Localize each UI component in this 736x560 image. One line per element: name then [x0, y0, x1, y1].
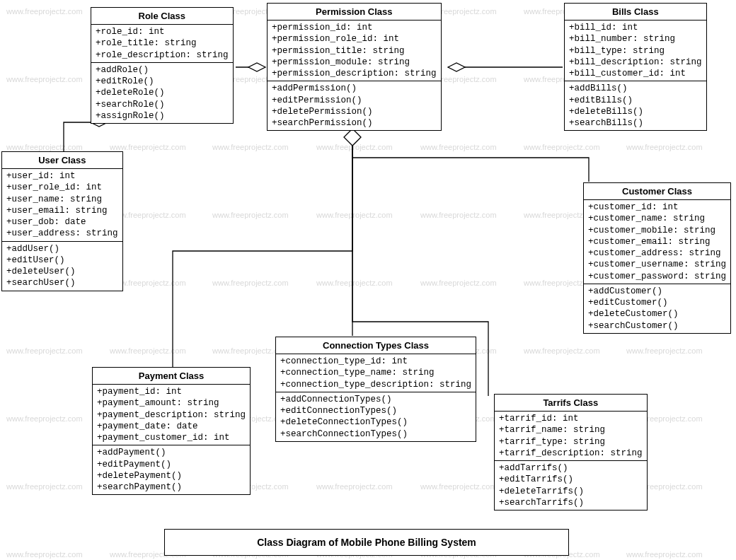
class-user: User Class +user_id: int +user_role_id: …: [1, 151, 123, 291]
class-title: Bills Class: [565, 4, 706, 21]
watermark-text: www.freeprojectz.com: [212, 279, 289, 287]
class-title: Tarrifs Class: [495, 395, 647, 412]
watermark-text: www.freeprojectz.com: [6, 7, 83, 16]
class-ops: +addRole() +editRole() +deleteRole() +se…: [91, 63, 233, 123]
watermark-text: www.freeprojectz.com: [6, 75, 83, 83]
watermark-text: www.freeprojectz.com: [420, 211, 497, 219]
class-customer: Customer Class +customer_id: int +custom…: [583, 182, 731, 334]
class-attrs: +connection_type_id: int +connection_typ…: [276, 354, 476, 392]
class-title: Permission Class: [268, 4, 441, 21]
watermark-text: www.freeprojectz.com: [524, 143, 600, 151]
class-title: User Class: [2, 152, 122, 169]
watermark-text: www.freeprojectz.com: [6, 414, 83, 423]
class-attrs: +tarrif_id: int +tarrif_name: string +ta…: [495, 412, 647, 461]
class-title: Customer Class: [584, 183, 730, 200]
class-permission: Permission Class +permission_id: int +pe…: [267, 3, 442, 131]
class-attrs: +permission_id: int +permission_role_id:…: [268, 21, 441, 81]
watermark-text: www.freeprojectz.com: [6, 143, 83, 151]
watermark-text: www.freeprojectz.com: [316, 482, 393, 491]
watermark-text: www.freeprojectz.com: [6, 550, 83, 559]
watermark-text: www.freeprojectz.com: [110, 143, 186, 151]
watermark-text: www.freeprojectz.com: [626, 143, 703, 151]
watermark-text: www.freeprojectz.com: [212, 143, 289, 151]
watermark-text: www.freeprojectz.com: [626, 550, 703, 559]
class-title: Role Class: [91, 8, 233, 25]
svg-marker-1: [248, 63, 265, 71]
watermark-text: www.freeprojectz.com: [524, 346, 600, 355]
class-attrs: +customer_id: int +customer_name: string…: [584, 200, 730, 284]
class-payment: Payment Class +payment_id: int +payment_…: [92, 367, 251, 495]
watermark-text: www.freeprojectz.com: [420, 482, 497, 491]
class-attrs: +role_id: int +role_title: string +role_…: [91, 25, 233, 63]
watermark-text: www.freeprojectz.com: [626, 346, 703, 355]
svg-marker-3: [344, 129, 361, 146]
class-connection-types: Connection Types Class +connection_type_…: [275, 337, 476, 442]
watermark-text: www.freeprojectz.com: [420, 279, 497, 287]
class-title: Payment Class: [93, 368, 250, 385]
class-title: Connection Types Class: [276, 337, 476, 354]
class-ops: +addPayment() +editPayment() +deletePaym…: [93, 445, 250, 494]
svg-marker-2: [448, 63, 465, 71]
watermark-text: www.freeprojectz.com: [316, 143, 393, 151]
class-attrs: +payment_id: int +payment_amount: string…: [93, 385, 250, 445]
class-ops: +addUser() +editUser() +deleteUser() +se…: [2, 242, 122, 291]
class-role: Role Class +role_id: int +role_title: st…: [91, 7, 234, 124]
class-bills: Bills Class +bill_id: int +bill_number: …: [564, 3, 707, 131]
watermark-text: www.freeprojectz.com: [212, 211, 289, 219]
watermark-text: www.freeprojectz.com: [316, 211, 393, 219]
watermark-text: www.freeprojectz.com: [6, 482, 83, 491]
diagram-caption: Class Diagram of Mobile Phone Billing Sy…: [164, 529, 569, 556]
caption-text: Class Diagram of Mobile Phone Billing Sy…: [257, 537, 476, 548]
class-ops: +addConnectionTypes() +editConnectionTyp…: [276, 392, 476, 441]
class-attrs: +user_id: int +user_role_id: int +user_n…: [2, 169, 122, 242]
class-ops: +addBills() +editBills() +deleteBills() …: [565, 81, 706, 130]
class-ops: +addCustomer() +editCustomer() +deleteCu…: [584, 284, 730, 333]
class-attrs: +bill_id: int +bill_number: string +bill…: [565, 21, 706, 81]
watermark-text: www.freeprojectz.com: [316, 279, 393, 287]
class-ops: +addTarrifs() +editTarrifs() +deleteTarr…: [495, 461, 647, 510]
class-tarrifs: Tarrifs Class +tarrif_id: int +tarrif_na…: [494, 394, 648, 511]
class-ops: +addPermission() +editPermission() +dele…: [268, 81, 441, 130]
watermark-text: www.freeprojectz.com: [420, 143, 497, 151]
watermark-text: www.freeprojectz.com: [110, 346, 186, 355]
watermark-text: www.freeprojectz.com: [6, 346, 83, 355]
